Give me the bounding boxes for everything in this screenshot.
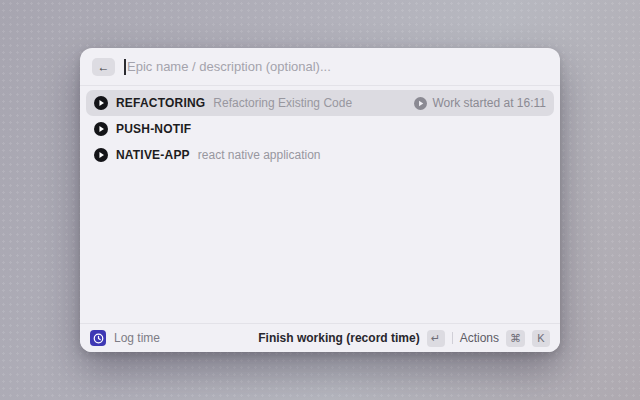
list-item-native-app[interactable]: NATIVE-APP react native application: [86, 142, 554, 168]
play-icon: [94, 122, 108, 136]
back-arrow-icon: ←: [98, 61, 110, 73]
primary-action-label[interactable]: Finish working (record time): [258, 331, 419, 345]
footer-actions: Finish working (record time) ↵ Actions ⌘…: [258, 330, 550, 347]
work-started-play-icon: [414, 97, 427, 110]
list-item-subtitle: Refactoring Existing Code: [213, 96, 352, 110]
log-time-app-icon: [90, 330, 106, 346]
work-started-label: Work started at 16:11: [432, 96, 546, 110]
k-key-badge[interactable]: K: [532, 330, 550, 347]
epic-list: REFACTORING Refactoring Existing Code Wo…: [80, 86, 560, 323]
footer-divider: [452, 332, 453, 344]
list-item-subtitle: react native application: [198, 148, 321, 162]
list-item-refactoring[interactable]: REFACTORING Refactoring Existing Code Wo…: [86, 90, 554, 116]
extension-title: Log time: [114, 331, 160, 345]
list-item-push-notif[interactable]: PUSH-NOTIF: [86, 116, 554, 142]
list-item-accessory: Work started at 16:11: [414, 96, 546, 110]
actions-menu-label[interactable]: Actions: [460, 331, 499, 345]
command-palette-window: ← REFACTORING Refactoring Existing Code …: [80, 48, 560, 352]
list-item-title: PUSH-NOTIF: [116, 122, 191, 136]
search-input[interactable]: [127, 59, 548, 74]
search-bar: ←: [80, 48, 560, 85]
clock-icon: [93, 333, 104, 344]
play-icon: [94, 96, 108, 110]
back-button[interactable]: ←: [92, 58, 115, 76]
enter-key-badge[interactable]: ↵: [427, 330, 445, 347]
cmd-key-badge[interactable]: ⌘: [506, 330, 525, 347]
list-item-title: NATIVE-APP: [116, 148, 190, 162]
play-icon: [94, 148, 108, 162]
footer-bar: Log time Finish working (record time) ↵ …: [80, 323, 560, 352]
list-item-title: REFACTORING: [116, 96, 205, 110]
text-caret: [124, 59, 126, 75]
